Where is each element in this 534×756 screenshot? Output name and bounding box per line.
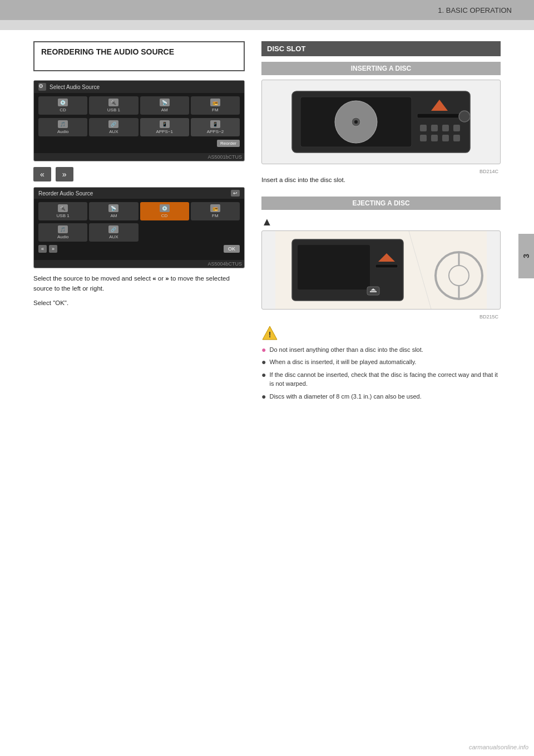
eject-symbol: ▲	[261, 214, 501, 230]
eject-svg	[262, 231, 500, 309]
caution-triangle-svg: !	[261, 325, 278, 341]
inserting-header: INSERTING A DISC	[261, 62, 501, 75]
instructions-block: Select the source to be moved and select…	[33, 274, 245, 308]
reorder-display: Reorder Audio Source ↩ 🔌 USB 1 📡 AM 💿 CD	[34, 188, 244, 260]
reorder-grid-row2: 🎵 Audio 🔗 AUX	[34, 222, 244, 243]
audio-label: Audio	[57, 129, 68, 134]
audio-item-aux[interactable]: 🔗 AUX	[89, 118, 138, 136]
reorder-audio-screen: Reorder Audio Source ↩ 🔌 USB 1 📡 AM 💿 CD	[33, 187, 245, 268]
apps1-label: APPS~1	[156, 129, 172, 134]
svg-rect-14	[453, 135, 460, 141]
svg-point-15	[459, 111, 470, 122]
audio-item-am[interactable]: 📡 AM	[140, 96, 189, 115]
prev-arrow-button[interactable]: «	[33, 167, 51, 181]
reorder-item-aux[interactable]: 🔗 AUX	[89, 223, 138, 242]
svg-rect-20	[367, 287, 379, 295]
bullet-dark-icon-1: ●	[261, 357, 266, 366]
svg-rect-11	[420, 135, 427, 141]
select-screen-topbar: ⚙ Select Audio Source	[34, 81, 244, 93]
inserting-section: INSERTING A DISC	[261, 62, 501, 185]
usb1-icon: 🔌	[108, 99, 118, 106]
header-title: 1. BASIC OPERATION	[438, 6, 512, 14]
disc-slot-header: DISC SLOT	[261, 41, 501, 56]
bullet-dark-icon-3: ●	[261, 392, 266, 401]
inserting-text: Insert a disc into the disc slot.	[261, 175, 501, 185]
svg-text:!: !	[269, 330, 271, 339]
cd-icon: 💿	[58, 99, 68, 106]
audio-item-apps1[interactable]: 📱 APPS~1	[140, 118, 189, 136]
reorder-bottom-bar: « » OK	[34, 243, 244, 254]
bullet-dark-icon-2: ●	[261, 370, 266, 379]
svg-rect-22	[370, 291, 377, 292]
svg-rect-8	[431, 125, 438, 131]
next-arrow-button[interactable]: »	[56, 167, 73, 181]
usb1-label: USB 1	[107, 107, 120, 112]
audio-item-apps2[interactable]: 📱 APPS~2	[191, 118, 240, 136]
fm-label: FM	[212, 107, 219, 112]
audio-grid-row1: 💿 CD 🔌 USB 1 📡 AM 📻 FM	[34, 93, 244, 117]
reorder-item-cd[interactable]: 💿 CD	[140, 202, 189, 220]
reorder-grid-row1: 🔌 USB 1 📡 AM 💿 CD 📻 FM	[34, 199, 244, 222]
bullet4-text: Discs with a diameter of 8 cm (3.1 in.) …	[269, 392, 421, 401]
left-column: REORDERING THE AUDIO SOURCE ⚙ Select Aud…	[33, 41, 245, 412]
reorder-item-usb1[interactable]: 🔌 USB 1	[38, 202, 87, 220]
bullet-pink-icon: ●	[261, 345, 266, 354]
fm-icon: 📻	[210, 99, 220, 106]
rusb1-icon: 🔌	[58, 204, 68, 212]
select-screen-title: Select Audio Source	[50, 84, 100, 90]
cd-label: CD	[60, 107, 66, 112]
reorder-screen-topbar: Reorder Audio Source ↩	[34, 188, 244, 199]
audio-item-audio[interactable]: 🎵 Audio	[38, 118, 87, 136]
apps2-icon: 📱	[210, 120, 220, 128]
nav-right-arrow[interactable]: »	[49, 245, 57, 253]
reorder-title: REORDERING THE AUDIO SOURCE	[41, 47, 237, 58]
am-icon: 📡	[160, 99, 170, 106]
nav-arrows-row: « »	[38, 245, 57, 253]
ejecting-image	[261, 230, 501, 310]
watermark: carmanualsonline.info	[469, 744, 528, 750]
bullet-item-1: ● Do not insert anything other than a di…	[261, 345, 501, 355]
svg-rect-12	[431, 135, 438, 141]
svg-rect-18	[298, 245, 370, 289]
am-label: AM	[161, 107, 168, 112]
side-tab: 3	[518, 234, 534, 278]
rusb1-label: USB 1	[57, 213, 70, 218]
reorder-item-audio[interactable]: 🎵 Audio	[38, 223, 87, 242]
bullet-item-3: ● If the disc cannot be inserted, check …	[261, 370, 501, 389]
raux-label: AUX	[109, 234, 118, 239]
raudio-label: Audio	[57, 234, 68, 239]
bullet2-text: When a disc is inserted, it will be play…	[269, 357, 416, 367]
rcd-label: CD	[161, 213, 168, 218]
back-icon[interactable]: ↩	[231, 190, 240, 197]
head-unit-svg	[262, 80, 500, 164]
screen2-caption: AS5004bCTUS	[34, 260, 244, 268]
reorder-screen-title: Reorder Audio Source	[38, 190, 93, 197]
screen1-caption: AS5001bCTUS	[34, 153, 244, 161]
rcd-icon: 💿	[160, 204, 170, 212]
svg-rect-9	[442, 125, 449, 131]
svg-rect-10	[453, 125, 460, 131]
sub-bar	[0, 20, 534, 30]
svg-rect-5	[417, 114, 462, 118]
side-tab-number: 3	[522, 254, 531, 258]
apps2-label: APPS~2	[207, 129, 224, 134]
bullet-points: ● Do not insert anything other than a di…	[261, 345, 501, 401]
audio-item-usb1[interactable]: 🔌 USB 1	[89, 96, 138, 115]
audio-item-fm[interactable]: 📻 FM	[191, 96, 240, 115]
ok-button[interactable]: OK	[224, 245, 240, 253]
right-column: DISC SLOT INSERTING A DISC	[261, 41, 501, 412]
aux-icon: 🔗	[108, 120, 118, 128]
apps1-icon: 📱	[160, 120, 170, 128]
bullet-item-2: ● When a disc is inserted, it will be pl…	[261, 357, 501, 367]
reorder-item-am[interactable]: 📡 AM	[89, 202, 138, 220]
ram-icon: 📡	[108, 204, 118, 212]
instruction-2: Select "OK".	[33, 298, 245, 308]
inserting-image	[261, 80, 501, 164]
settings-icon: ⚙	[38, 83, 46, 91]
reorder-button[interactable]: Reorder	[217, 140, 240, 147]
audio-grid-row2: 🎵 Audio 🔗 AUX 📱 APPS~1 📱 APPS~2	[34, 117, 244, 139]
raudio-icon: 🎵	[58, 225, 68, 233]
nav-left-arrow[interactable]: «	[38, 245, 47, 253]
reorder-item-fm[interactable]: 📻 FM	[191, 202, 240, 220]
audio-item-cd[interactable]: 💿 CD	[38, 96, 87, 115]
